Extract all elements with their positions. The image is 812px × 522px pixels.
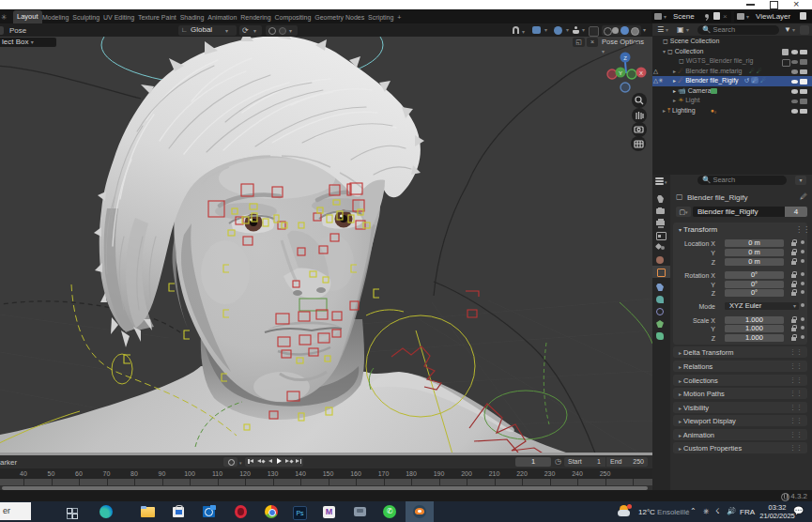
svg-text:X: X [639,70,643,76]
svg-text:Y: Y [619,70,622,76]
svg-text:Z: Z [623,55,627,61]
